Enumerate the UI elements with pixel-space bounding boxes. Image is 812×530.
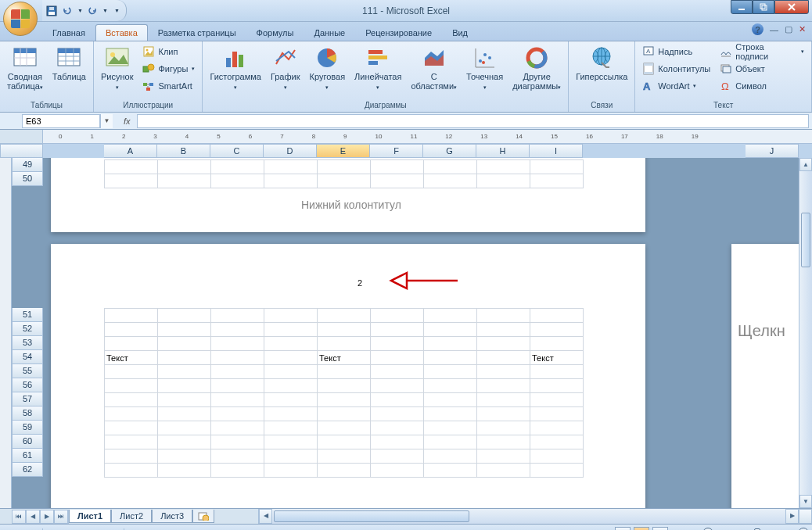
fx-icon[interactable]: fx	[119, 116, 135, 126]
object-button[interactable]: Объект	[716, 60, 808, 77]
tab-data[interactable]: Данные	[304, 24, 355, 41]
row-header-53[interactable]: 53	[12, 336, 43, 350]
row-header-57[interactable]: 57	[12, 392, 43, 406]
zoom-out-button[interactable]: −	[702, 528, 713, 531]
horizontal-scrollbar[interactable]: ◀ ▶	[258, 509, 799, 524]
cell-i54[interactable]: Текст	[530, 351, 584, 365]
cell-a54[interactable]: Текст	[105, 351, 158, 365]
scroll-up-button[interactable]: ▲	[799, 158, 812, 171]
column-header-g[interactable]: G	[423, 144, 476, 158]
close-button[interactable]	[774, 0, 809, 14]
name-box-dropdown[interactable]: ▼	[100, 114, 113, 128]
row-header-61[interactable]: 61	[12, 449, 43, 463]
picture-button[interactable]: Рисунок▾	[97, 43, 138, 93]
textbox-button[interactable]: AНадпись	[638, 43, 714, 60]
cell-e54[interactable]: Текст	[318, 351, 371, 365]
smartart-button[interactable]: SmartArt	[138, 77, 199, 95]
pivottable-button[interactable]: Сводная таблица▾	[3, 43, 47, 93]
view-pagelayout-button[interactable]: ▤	[634, 527, 649, 531]
column-header-a[interactable]: A	[104, 144, 157, 158]
table-label: Таблица	[52, 72, 86, 81]
save-icon[interactable]	[45, 5, 58, 17]
scroll-down-button[interactable]: ▼	[799, 495, 812, 508]
column-header-b[interactable]: B	[157, 144, 210, 158]
redo-dropdown[interactable]: ▼	[102, 8, 108, 13]
new-sheet-button[interactable]	[192, 510, 214, 523]
name-box[interactable]: E63	[22, 114, 100, 128]
ribbon-minimize[interactable]: —	[770, 25, 778, 34]
tab-nav-prev[interactable]: ◀	[26, 510, 40, 524]
row-header-60[interactable]: 60	[12, 435, 43, 449]
tab-review[interactable]: Рецензирование	[355, 24, 442, 41]
bar-chart-button[interactable]: Линейчатая▾	[350, 43, 405, 93]
row-header-55[interactable]: 55	[12, 364, 43, 378]
line-chart-button[interactable]: График▾	[267, 43, 304, 93]
vscroll-thumb[interactable]	[801, 213, 810, 267]
minimize-button[interactable]	[731, 0, 753, 14]
maximize-button[interactable]	[753, 0, 774, 14]
tab-insert[interactable]: Вставка	[95, 24, 148, 41]
signatureline-button[interactable]: Строка подписи▾	[716, 43, 808, 60]
tab-nav-last[interactable]: ⏭	[54, 510, 68, 524]
svg-point-22	[148, 64, 154, 70]
column-header-f[interactable]: F	[370, 144, 423, 158]
column-header-j[interactable]: J	[746, 144, 799, 158]
scroll-left-button[interactable]: ◀	[259, 509, 272, 524]
sheet-tab-2[interactable]: Лист2	[111, 510, 152, 523]
undo-dropdown[interactable]: ▼	[77, 8, 83, 13]
redo-icon[interactable]	[86, 5, 99, 17]
other-charts-button[interactable]: Другие диаграммы▾	[508, 43, 565, 93]
row-header-58[interactable]: 58	[12, 406, 43, 421]
row-header-59[interactable]: 59	[12, 421, 43, 435]
row-header-62[interactable]: 62	[12, 463, 43, 477]
footer-placeholder[interactable]: Нижний колонтитул	[301, 199, 401, 211]
tab-view[interactable]: Вид	[442, 24, 478, 41]
row-header-50[interactable]: 50	[12, 172, 43, 186]
qat-customize[interactable]: ▼	[114, 8, 120, 13]
column-header-c[interactable]: C	[210, 144, 264, 158]
help-icon[interactable]: ?	[752, 23, 763, 35]
row-header-52[interactable]: 52	[12, 322, 43, 336]
svg-rect-27	[232, 52, 237, 67]
tab-formulas[interactable]: Формулы	[246, 24, 304, 41]
formula-input[interactable]	[137, 114, 809, 128]
row-header-51[interactable]: 51	[12, 308, 43, 322]
svg-rect-30	[368, 50, 383, 54]
sheet-tab-3[interactable]: Лист3	[152, 510, 192, 523]
select-all-corner[interactable]	[0, 144, 43, 158]
column-chart-button[interactable]: Гистограмма▾	[206, 43, 265, 93]
tab-pagelayout[interactable]: Разметка страницы	[148, 24, 246, 41]
tab-nav-next[interactable]: ▶	[40, 510, 54, 524]
symbol-button[interactable]: ΩСимвол	[716, 77, 808, 95]
hscroll-thumb[interactable]	[274, 510, 469, 522]
clip-button[interactable]: Клип	[138, 43, 199, 60]
vertical-scrollbar[interactable]: ▲ ▼	[799, 158, 812, 508]
column-header-e[interactable]: E	[317, 144, 370, 158]
ribbon-close[interactable]: ✕	[799, 24, 806, 34]
scroll-right-button[interactable]: ▶	[785, 509, 799, 524]
headerfooter-button[interactable]: Колонтитулы	[638, 60, 714, 77]
area-chart-button[interactable]: С областями▾	[407, 43, 461, 93]
row-header-54[interactable]: 54	[12, 350, 43, 364]
column-header-i[interactable]: I	[530, 144, 583, 158]
sheet-tab-1[interactable]: Лист1	[69, 510, 111, 523]
view-normal-button[interactable]: ▦	[615, 527, 631, 531]
shapes-button[interactable]: Фигуры▾	[138, 60, 199, 77]
grid-cells[interactable]: ТекстТекстТекст	[104, 308, 584, 478]
undo-icon[interactable]	[61, 5, 74, 17]
ribbon-restore[interactable]: ▢	[785, 24, 792, 34]
scatter-chart-button[interactable]: Точечная▾	[462, 43, 507, 93]
tab-nav-first[interactable]: ⏮	[12, 510, 26, 524]
column-header-h[interactable]: H	[476, 144, 530, 158]
row-header-56[interactable]: 56	[12, 378, 43, 392]
zoom-in-button[interactable]: +	[798, 528, 809, 531]
hyperlink-button[interactable]: Гиперссылка	[572, 43, 631, 84]
column-header-d[interactable]: D	[264, 144, 317, 158]
pie-chart-button[interactable]: Круговая▾	[306, 43, 350, 93]
wordart-button[interactable]: AWordArt▾	[638, 77, 714, 95]
office-button[interactable]	[3, 2, 38, 36]
row-header-49[interactable]: 49	[12, 158, 43, 172]
table-button[interactable]: Таблица	[49, 43, 90, 84]
view-pagebreak-button[interactable]: ▥	[652, 527, 668, 531]
tab-home[interactable]: Главная	[42, 24, 95, 41]
